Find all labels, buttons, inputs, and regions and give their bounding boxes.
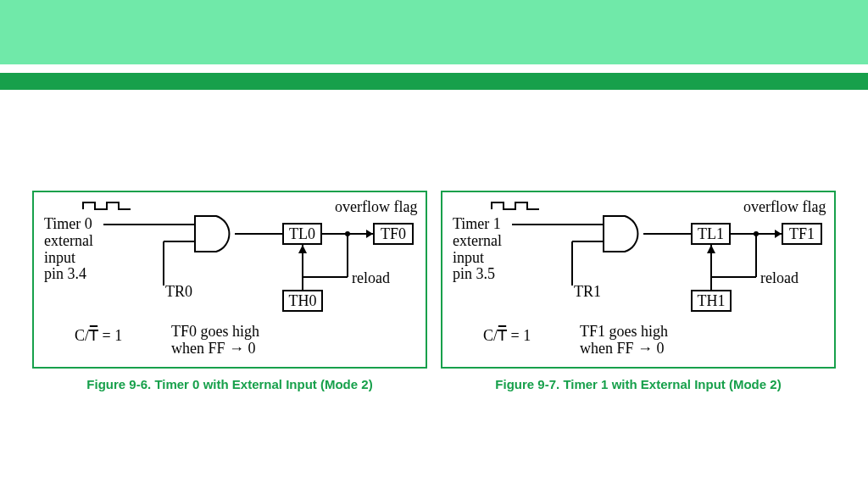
note-line2: when FF → 0 [171, 341, 256, 358]
overflow-label: overflow flag [743, 199, 826, 216]
tf-box: TF0 [373, 223, 414, 245]
svg-marker-7 [366, 230, 373, 238]
input-label: Timer 0 external input pin 3.4 [44, 216, 93, 283]
reload-label: reload [352, 270, 390, 287]
note-line1: TF1 goes high [580, 324, 668, 341]
reload-label: reload [760, 270, 798, 287]
svg-marker-23 [707, 245, 715, 253]
svg-marker-19 [775, 230, 782, 238]
note-line1: TF0 goes high [171, 324, 259, 341]
overflow-label: overflow flag [335, 199, 417, 216]
th-box: TH0 [282, 290, 323, 312]
figures-row: Timer 0 external input pin 3.4 TR0 overf… [32, 191, 836, 391]
tr-label: TR0 [165, 284, 192, 301]
figure-right: Timer 1 external input pin 3.5 TR1 overf… [441, 191, 836, 391]
ct-label: C/T̅ = 1 [75, 328, 122, 345]
tr-label: TR1 [574, 284, 601, 301]
note-line2: when FF → 0 [580, 341, 665, 358]
caption-right: Figure 9-7. Timer 1 with External Input … [441, 377, 836, 391]
tl-box: TL1 [691, 223, 731, 245]
svg-marker-11 [298, 245, 307, 253]
tf-box: TF1 [782, 223, 822, 245]
top-banner [0, 0, 868, 64]
tl-box: TL0 [282, 223, 322, 245]
green-bar [0, 73, 868, 90]
th-box: TH1 [691, 290, 732, 312]
input-label: Timer 1 external input pin 3.5 [453, 216, 502, 283]
diagram-box-right: Timer 1 external input pin 3.5 TR1 overf… [441, 191, 836, 369]
ct-label: C/T̅ = 1 [483, 328, 531, 345]
figure-left: Timer 0 external input pin 3.4 TR0 overf… [32, 191, 427, 391]
diagram-box-left: Timer 0 external input pin 3.4 TR0 overf… [32, 191, 427, 369]
caption-left: Figure 9-6. Timer 0 with External Input … [32, 377, 427, 391]
